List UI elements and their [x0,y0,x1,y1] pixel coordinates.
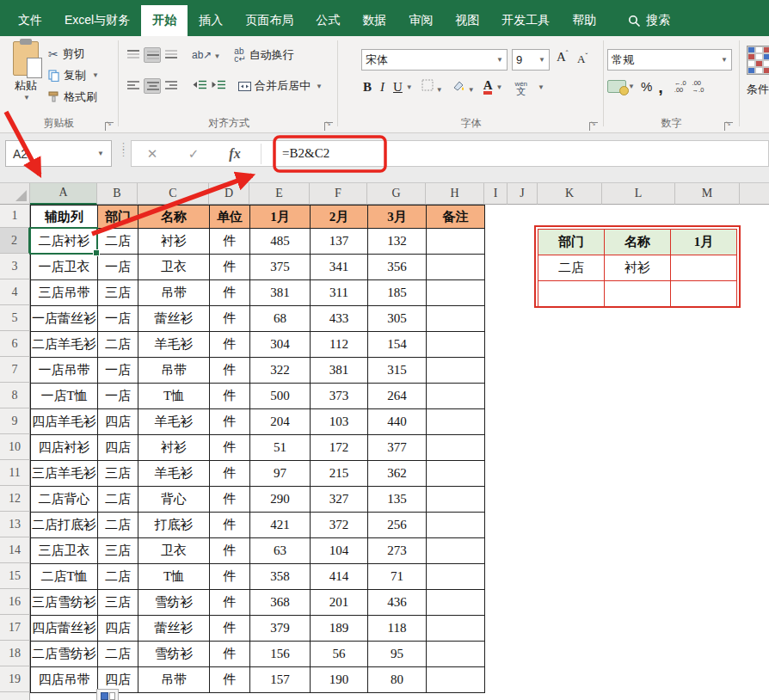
enter-icon[interactable]: ✓ [173,146,214,162]
underline-dropdown-arrow[interactable]: ▼ [406,83,413,91]
cell-r2c6[interactable]: 137 [311,229,368,255]
cell-r14c8[interactable] [427,538,485,564]
cell-r16c1[interactable]: 三店雪纺衫 [31,590,98,616]
cell-r15c4[interactable]: 件 [210,564,250,590]
cell-r6c3[interactable]: 羊毛衫 [138,332,210,358]
cell-r17c3[interactable]: 蕾丝衫 [138,616,210,642]
cell-r6c4[interactable]: 件 [210,332,250,358]
tab-3[interactable]: 插入 [188,5,234,36]
cell-r9c8[interactable] [427,409,485,435]
cell-r13c5[interactable]: 421 [250,513,311,538]
cell-r3c2[interactable]: 一店 [98,255,138,280]
row-header-10[interactable]: 10 [0,434,30,460]
font-color-button[interactable]: A [483,79,493,95]
row-header-7[interactable]: 7 [0,357,30,383]
cell-r7c7[interactable]: 315 [368,358,427,384]
cell-r10c2[interactable]: 四店 [98,435,138,461]
side-cell-r3c2[interactable]: 衬衫 [605,255,671,281]
cell-r10c7[interactable]: 377 [368,435,427,461]
cell-r13c8[interactable] [427,513,485,538]
cell-r12c4[interactable]: 件 [210,487,250,513]
cell-r9c4[interactable]: 件 [210,409,250,435]
row-header-9[interactable]: 9 [0,408,30,434]
cell-r10c3[interactable]: 衬衫 [138,435,210,461]
cell-r8c6[interactable]: 373 [311,384,368,409]
name-box[interactable]: A2 ▼ [5,140,112,167]
tab-4[interactable]: 页面布局 [234,5,305,36]
percent-style-button[interactable]: % [641,79,652,94]
cell-r9c6[interactable]: 103 [311,409,368,435]
cell-r11c1[interactable]: 三店羊毛衫 [31,461,98,487]
cell-r11c4[interactable]: 件 [210,461,250,487]
column-header-D[interactable]: D [209,183,249,205]
row-header-19[interactable]: 19 [0,666,30,692]
cell-r8c1[interactable]: 一店T恤 [31,384,98,409]
cell-r6c1[interactable]: 二店羊毛衫 [31,332,98,358]
italic-button[interactable]: I [380,80,384,95]
cell-r4c6[interactable]: 311 [311,280,368,306]
cell-r6c6[interactable]: 112 [311,332,368,358]
row-header-18[interactable]: 18 [0,641,30,666]
cell-r5c4[interactable]: 件 [210,306,250,332]
cell-r5c7[interactable]: 305 [368,306,427,332]
increase-decimal-button[interactable]: ←.0.00 [674,80,686,94]
cell-r6c2[interactable]: 二店 [98,332,138,358]
tab-5[interactable]: 公式 [305,5,351,36]
font-color-dropdown-arrow[interactable]: ▼ [495,83,502,91]
conditional-formatting-button[interactable]: 条件 [747,46,769,97]
cell-r16c8[interactable] [427,590,485,616]
format-painter-button[interactable]: 格式刷 [48,86,99,107]
cell-r16c7[interactable]: 436 [368,590,427,616]
merge-center-dropdown-arrow[interactable]: ▼ [316,83,323,90]
increase-indent-icon[interactable] [209,78,226,94]
cell-r19c4[interactable]: 件 [210,667,250,693]
cell-r9c1[interactable]: 四店羊毛衫 [31,409,98,435]
cell-r18c5[interactable]: 156 [250,642,311,667]
cell-r14c1[interactable]: 三店卫衣 [31,538,98,564]
alignment-dialog-launcher[interactable] [324,122,333,131]
cell-r13c3[interactable]: 打底衫 [138,513,210,538]
cell-r12c2[interactable]: 二店 [98,487,138,513]
cell-r18c6[interactable]: 56 [311,642,368,667]
cell-r16c2[interactable]: 三店 [98,590,138,616]
cell-r14c3[interactable]: 卫衣 [138,538,210,564]
cell-r16c6[interactable]: 201 [311,590,368,616]
cell-r2c3[interactable]: 衬衫 [138,229,210,255]
cell-r14c2[interactable]: 三店 [98,538,138,564]
column-header-M[interactable]: M [675,183,740,205]
tab-1[interactable]: Excel与财务 [53,5,141,36]
cell-r7c8[interactable] [427,358,485,384]
cell-r17c1[interactable]: 四店蕾丝衫 [31,616,98,642]
cell-r16c3[interactable]: 雪纺衫 [138,590,210,616]
cell-r13c7[interactable]: 256 [368,513,427,538]
tab-2[interactable]: 开始 [141,5,188,36]
cell-r18c1[interactable]: 二店雪纺衫 [31,642,98,667]
cell-r17c2[interactable]: 四店 [98,616,138,642]
row-header-5[interactable]: 5 [0,305,30,331]
cell-r4c1[interactable]: 三店吊带 [31,280,98,306]
cell-r11c3[interactable]: 羊毛衫 [138,461,210,487]
cell-r13c6[interactable]: 372 [311,513,368,538]
cell-r16c5[interactable]: 368 [250,590,311,616]
formula-bar-handle[interactable]: ⋮⋮ [119,144,127,156]
cell-r15c7[interactable]: 71 [368,564,427,590]
main-table-header-6[interactable]: 2月 [311,206,368,229]
cell-r8c5[interactable]: 500 [250,384,311,409]
cell-r7c5[interactable]: 322 [250,358,311,384]
merge-center-button[interactable]: 合并后居中 ▼ [238,78,323,94]
cut-button[interactable]: ✂ 剪切 [48,43,99,64]
align-center-icon[interactable] [144,78,161,94]
main-table-header-2[interactable]: 部门 [98,206,138,229]
cell-r11c7[interactable]: 362 [368,461,427,487]
align-right-icon[interactable] [163,78,180,94]
font-name-combobox[interactable]: 宋体▼ [361,49,508,71]
align-left-icon[interactable] [125,78,142,94]
cell-r17c8[interactable] [427,616,485,642]
cell-r7c3[interactable]: 吊带 [138,358,210,384]
main-table-header-5[interactable]: 1月 [250,206,311,229]
cell-r12c6[interactable]: 327 [311,487,368,513]
cell-r19c1[interactable]: 四店吊带 [31,667,98,693]
cell-r5c6[interactable]: 433 [311,306,368,332]
column-header-H[interactable]: H [426,183,484,205]
cell-r11c6[interactable]: 215 [311,461,368,487]
